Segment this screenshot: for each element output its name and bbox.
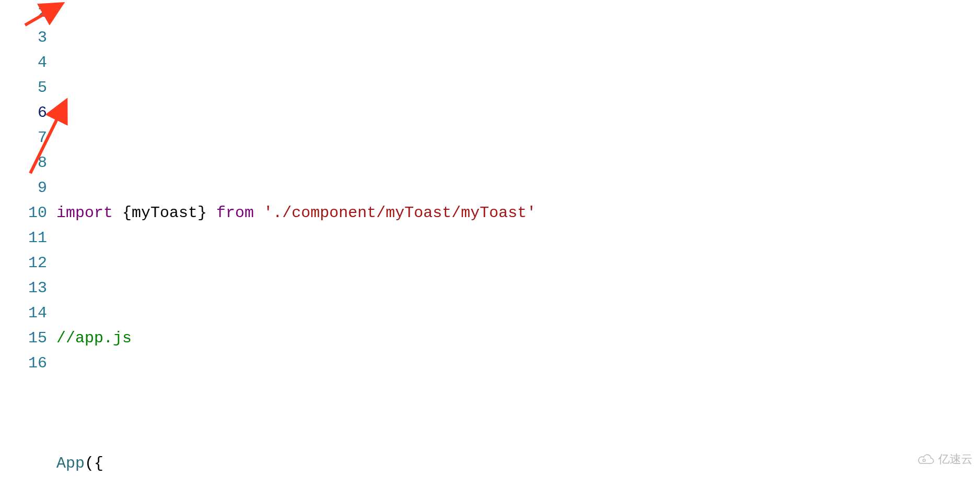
line-number: 11 — [0, 225, 47, 251]
svg-point-2 — [923, 459, 926, 462]
line-number: 12 — [0, 251, 47, 276]
cloud-icon — [917, 454, 935, 465]
line-number: 2 — [0, 0, 47, 25]
code-line[interactable]: //app.js — [56, 326, 980, 351]
keyword-from: from — [216, 204, 254, 222]
code-area[interactable]: import {myToast} from './component/myToa… — [56, 0, 980, 477]
string-literal: './component/myToast/myToast' — [263, 204, 536, 222]
watermark: 亿速云 — [917, 447, 973, 472]
line-number: 15 — [0, 326, 47, 351]
line-number: 5 — [0, 75, 47, 100]
keyword-import: import — [56, 204, 113, 222]
line-number: 9 — [0, 175, 47, 200]
code-editor[interactable]: 2345678910111213141516 import {myToast} … — [0, 0, 980, 477]
line-number: 6 — [0, 100, 47, 125]
line-number: 3 — [0, 25, 47, 50]
code-line[interactable]: App({ — [56, 451, 980, 476]
line-number: 10 — [0, 200, 47, 225]
watermark-text: 亿速云 — [938, 447, 973, 472]
line-number-gutter: 2345678910111213141516 — [0, 0, 56, 477]
function-call: App — [56, 455, 85, 472]
line-number: 7 — [0, 125, 47, 150]
line-number: 14 — [0, 301, 47, 326]
line-number: 8 — [0, 150, 47, 175]
line-number: 4 — [0, 50, 47, 75]
line-number: 13 — [0, 276, 47, 301]
line-number: 16 — [0, 351, 47, 376]
comment: //app.js — [56, 329, 132, 347]
code-line[interactable]: import {myToast} from './component/myToa… — [56, 200, 980, 225]
